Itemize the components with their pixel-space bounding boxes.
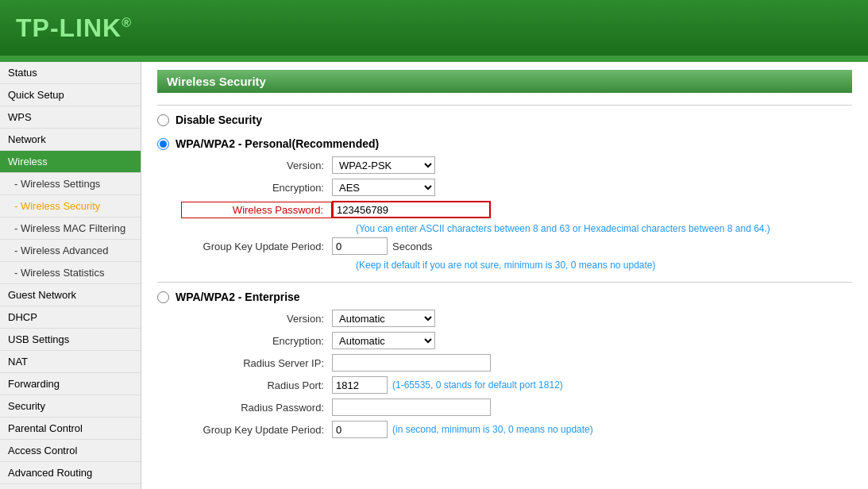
sidebar-item-wireless-settings[interactable]: - Wireless Settings [0, 173, 141, 195]
sidebar-item-wireless-statistics[interactable]: - Wireless Statistics [0, 262, 141, 284]
personal-encryption-row: Encryption: Automatic TKIP AES [157, 179, 852, 196]
personal-group-key-unit: Seconds [392, 241, 433, 252]
enterprise-encryption-select[interactable]: Automatic TKIP AES [332, 332, 435, 349]
enterprise-version-select[interactable]: Automatic WPA WPA2 [332, 310, 435, 327]
enterprise-radius-port-label: Radius Port: [181, 379, 332, 391]
enterprise-radius-ip-row: Radius Server IP: [157, 354, 852, 372]
sidebar-item-status[interactable]: Status [0, 62, 141, 84]
wpa-personal-label[interactable]: WPA/WPA2 - Personal(Recommended) [157, 137, 852, 150]
personal-password-label: Wireless Password: [181, 202, 332, 218]
personal-group-key-input[interactable] [332, 237, 388, 255]
sidebar-item-guest-network[interactable]: Guest Network [0, 284, 141, 306]
wpa-enterprise-section: WPA/WPA2 - Enterprise Version: Automatic… [157, 291, 852, 438]
main-content: Wireless Security Disable Security WPA/W… [141, 62, 868, 489]
disable-security-radio[interactable] [157, 114, 169, 126]
sidebar-item-nat[interactable]: NAT [0, 351, 141, 373]
sidebar-item-wireless[interactable]: Wireless [0, 151, 141, 173]
personal-group-key-row: Group Key Update Period: Seconds [157, 237, 852, 255]
divider-mid [157, 282, 852, 283]
personal-group-key-label: Group Key Update Period: [181, 241, 332, 252]
personal-password-input[interactable] [332, 201, 491, 218]
enterprise-radius-pass-label: Radius Password: [181, 402, 332, 414]
disable-security-label[interactable]: Disable Security [157, 114, 852, 126]
sidebar-item-network[interactable]: Network [0, 129, 141, 151]
personal-encryption-select[interactable]: Automatic TKIP AES [332, 179, 435, 196]
sidebar-item-security[interactable]: Security [0, 395, 141, 418]
sidebar-item-quick-setup[interactable]: Quick Setup [0, 84, 141, 106]
sidebar: Status Quick Setup WPS Network Wireless … [0, 62, 141, 489]
header: TP-LINK® [0, 0, 868, 56]
wpa-enterprise-label[interactable]: WPA/WPA2 - Enterprise [157, 291, 852, 303]
enterprise-group-key-hint: (in second, minimum is 30, 0 means no up… [392, 424, 593, 435]
enterprise-radius-ip-label: Radius Server IP: [181, 357, 332, 369]
logo: TP-LINK® [16, 13, 132, 43]
sidebar-item-wireless-advanced[interactable]: - Wireless Advanced [0, 240, 141, 262]
page-title: Wireless Security [157, 70, 852, 93]
green-bar [0, 56, 868, 62]
personal-version-label: Version: [181, 160, 332, 171]
enterprise-group-key-row: Group Key Update Period: (in second, min… [157, 421, 852, 438]
enterprise-radius-port-input[interactable] [332, 376, 388, 394]
enterprise-encryption-row: Encryption: Automatic TKIP AES [157, 332, 852, 349]
wpa-enterprise-text: WPA/WPA2 - Enterprise [176, 291, 300, 303]
disable-security-text: Disable Security [176, 114, 262, 126]
enterprise-version-label: Version: [181, 313, 332, 325]
layout: Status Quick Setup WPS Network Wireless … [0, 62, 868, 489]
enterprise-encryption-label: Encryption: [181, 335, 332, 347]
wpa-personal-text: WPA/WPA2 - Personal(Recommended) [176, 137, 379, 150]
enterprise-radius-pass-input[interactable] [332, 399, 491, 416]
logo-text: TP-LINK [16, 13, 122, 42]
logo-mark: ® [122, 16, 132, 29]
disable-security-section: Disable Security [157, 114, 852, 126]
personal-password-hint: (You can enter ASCII characters between … [181, 223, 852, 234]
enterprise-radius-ip-input[interactable] [332, 354, 491, 372]
personal-version-select[interactable]: Automatic WPA-PSK WPA2-PSK [332, 156, 435, 174]
wpa-personal-radio[interactable] [157, 138, 169, 150]
sidebar-item-wireless-mac[interactable]: - Wireless MAC Filtering [0, 218, 141, 240]
enterprise-radius-pass-row: Radius Password: [157, 399, 852, 416]
enterprise-version-row: Version: Automatic WPA WPA2 [157, 310, 852, 327]
wpa-enterprise-radio[interactable] [157, 291, 169, 303]
enterprise-group-key-label: Group Key Update Period: [181, 424, 332, 436]
enterprise-group-key-input[interactable] [332, 421, 388, 438]
sidebar-item-advanced-routing[interactable]: Advanced Routing [0, 462, 141, 484]
enterprise-radius-port-info: (1-65535, 0 stands for default port 1812… [392, 379, 563, 391]
enterprise-radius-port-row: Radius Port: (1-65535, 0 stands for defa… [157, 376, 852, 394]
sidebar-item-bandwidth-control[interactable]: Bandwidth Control [0, 484, 141, 489]
sidebar-item-wps[interactable]: WPS [0, 106, 141, 129]
personal-version-row: Version: Automatic WPA-PSK WPA2-PSK [157, 156, 852, 174]
sidebar-item-access-control[interactable]: Access Control [0, 440, 141, 462]
personal-group-key-hint: (Keep it default if you are not sure, mi… [181, 260, 852, 271]
personal-password-row: Wireless Password: [157, 201, 852, 218]
sidebar-item-usb-settings[interactable]: USB Settings [0, 329, 141, 351]
divider-top [157, 105, 852, 106]
sidebar-item-parental-control[interactable]: Parental Control [0, 418, 141, 440]
sidebar-item-dhcp[interactable]: DHCP [0, 306, 141, 329]
wpa-personal-section: WPA/WPA2 - Personal(Recommended) Version… [157, 137, 852, 271]
sidebar-item-wireless-security[interactable]: - Wireless Security [0, 195, 141, 218]
personal-encryption-label: Encryption: [181, 182, 332, 194]
sidebar-item-forwarding[interactable]: Forwarding [0, 373, 141, 395]
